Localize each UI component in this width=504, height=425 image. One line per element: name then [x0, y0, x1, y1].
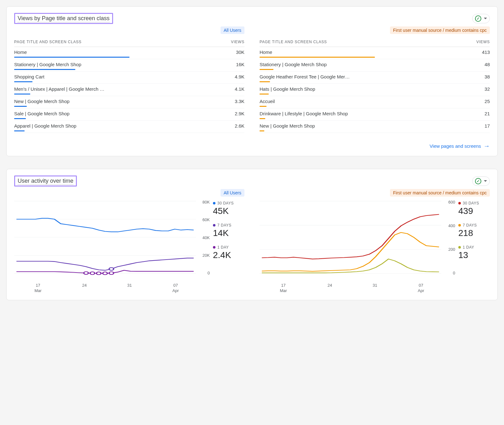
row-label: Sale | Google Merch Shop: [14, 111, 235, 116]
row-bar: [260, 94, 269, 95]
footer-link-text: View pages and screens: [430, 143, 481, 149]
row-bar: [260, 118, 265, 119]
row-bar: [14, 130, 25, 131]
x-axis-left: 17Mar243107Apr: [14, 283, 199, 294]
y-tick: 60K: [199, 217, 210, 222]
row-bar: [260, 81, 270, 82]
legend-dot-icon: [213, 224, 215, 227]
x-tick: 07Apr: [172, 283, 179, 294]
legend-value: 439: [458, 206, 490, 216]
table-row[interactable]: Drinkware | Lifestyle | Google Merch Sho…: [260, 108, 490, 121]
y-tick: 0: [444, 271, 455, 275]
col-header-dim: PAGE TITLE AND SCREEN CLASS: [260, 40, 327, 44]
row-value: 2.9K: [235, 111, 244, 116]
row-label: Stationery | Google Merch Shop: [260, 62, 484, 67]
right-rows: Home413Stationery | Google Merch Shop48G…: [260, 47, 490, 133]
right-legend: 30 DAYS4397 DAYS2181 DAY13: [458, 200, 490, 282]
table-row[interactable]: Hats | Google Merch Shop32: [260, 84, 490, 96]
y-axis-right: 6004002000: [444, 200, 455, 282]
card-title: User activity over time: [18, 178, 73, 185]
table-row[interactable]: Apparel | Google Merch Shop2.6K: [14, 121, 244, 133]
row-label: Stationery | Google Merch Shop: [14, 62, 236, 67]
views-by-page-card: Views by Page title and screen class All…: [6, 6, 498, 156]
col-header-dim: PAGE TITLE AND SCREEN CLASS: [14, 40, 82, 44]
x-tick: 31: [127, 283, 132, 294]
row-value: 30K: [236, 49, 244, 55]
legend-value: 45K: [213, 206, 244, 216]
table-row[interactable]: New | Google Merch Shop3.3K: [14, 96, 244, 108]
legend-item: 7 DAYS14K: [213, 223, 244, 238]
table-row[interactable]: Men's / Unisex | Apparel | Google Merch …: [14, 84, 244, 96]
x-tick: 31: [373, 283, 377, 294]
row-value: 48: [484, 62, 490, 67]
col-header-metric: VIEWS: [476, 40, 490, 44]
anomaly-marker-icon: [103, 272, 107, 275]
table-row[interactable]: Home413: [260, 47, 490, 59]
row-bar: [260, 130, 264, 131]
legend-dot-icon: [458, 246, 461, 249]
table-row[interactable]: Google Heather Forest Tee | Google Mer…3…: [260, 72, 490, 84]
anomaly-marker-icon: [109, 267, 113, 270]
legend-item: 1 DAY13: [458, 245, 490, 260]
row-value: 3.3K: [235, 99, 244, 104]
x-tick: 17Mar: [34, 283, 41, 294]
chart-series-line: [262, 233, 439, 271]
row-bar: [14, 69, 75, 70]
y-tick: 200: [444, 247, 455, 252]
row-bar: [260, 57, 375, 58]
table-row[interactable]: Stationery | Google Merch Shop48: [260, 59, 490, 72]
legend-dot-icon: [213, 202, 215, 204]
segment-label-left: All Users: [220, 26, 244, 34]
table-row[interactable]: Shopping Cart4.9K: [14, 72, 244, 84]
row-label: Men's / Unisex | Apparel | Google Merch …: [14, 86, 235, 92]
row-label: Apparel | Google Merch Shop: [14, 123, 235, 129]
chevron-down-icon: [484, 180, 487, 182]
anomaly-marker-icon: [90, 272, 94, 275]
y-tick: 600: [444, 200, 455, 204]
right-column: First user manual source / medium contai…: [260, 26, 490, 133]
table-row[interactable]: New | Google Merch Shop17: [260, 121, 490, 133]
card-title-highlight: Views by Page title and screen class: [14, 13, 113, 24]
table-row[interactable]: Stationery | Google Merch Shop16K: [14, 59, 244, 72]
y-axis-left: 80K60K40K20K0: [199, 200, 210, 282]
x-tick: 24: [82, 283, 87, 294]
legend-item: 30 DAYS45K: [213, 201, 244, 216]
table-row[interactable]: Sale | Google Merch Shop2.9K: [14, 108, 244, 121]
checkmark-circle-icon: [475, 15, 481, 22]
legend-label: 7 DAYS: [463, 223, 477, 227]
checkmark-circle-icon: [475, 178, 481, 184]
table-row[interactable]: Accueil25: [260, 96, 490, 108]
row-value: 38: [484, 74, 490, 79]
x-axis-right: 17Mar243107Apr: [260, 283, 444, 294]
card-status-menu[interactable]: [472, 14, 490, 23]
left-column: All Users PAGE TITLE AND SCREEN CLASS VI…: [14, 26, 244, 133]
legend-value: 218: [458, 228, 490, 238]
legend-value: 14K: [213, 228, 244, 238]
row-bar: [260, 106, 266, 107]
anomaly-marker-icon: [109, 272, 113, 275]
legend-label: 30 DAYS: [463, 201, 479, 205]
row-bar: [14, 106, 27, 107]
row-bar: [14, 81, 32, 82]
card-status-menu[interactable]: [472, 176, 490, 186]
row-value: 16K: [236, 62, 244, 67]
left-rows: Home30KStationery | Google Merch Shop16K…: [14, 47, 244, 133]
view-pages-link[interactable]: View pages and screens →: [14, 142, 490, 150]
legend-label: 1 DAY: [463, 245, 474, 250]
y-tick: 80K: [199, 200, 210, 204]
row-label: Google Heather Forest Tee | Google Mer…: [260, 74, 484, 79]
row-bar: [14, 94, 30, 95]
row-value: 4.1K: [235, 86, 244, 92]
left-line-chart: [14, 200, 196, 282]
row-label: New | Google Merch Shop: [14, 99, 235, 104]
left-chart-col: All Users 80K60K40K20K0 30 DAYS45K7 DAYS…: [14, 189, 244, 294]
row-value: 21: [484, 111, 490, 116]
anomaly-marker-icon: [84, 272, 88, 274]
table-row[interactable]: Home30K: [14, 47, 244, 59]
row-label: New | Google Merch Shop: [260, 123, 484, 129]
right-line-chart: [260, 200, 441, 282]
row-label: Hats | Google Merch Shop: [260, 86, 484, 92]
y-tick: 0: [199, 271, 210, 275]
anomaly-marker-icon: [96, 272, 101, 275]
row-bar: [14, 118, 26, 119]
